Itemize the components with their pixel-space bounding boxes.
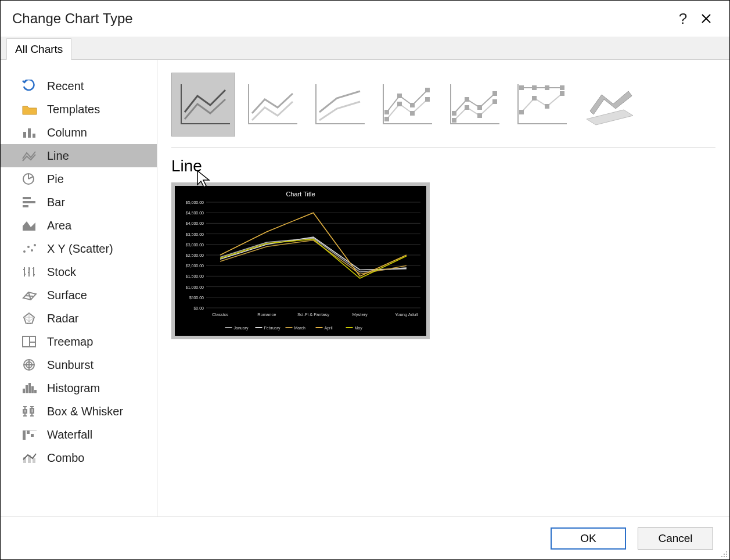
svg-rect-24 [27,430,30,434]
svg-rect-2 [33,134,35,138]
svg-rect-36 [425,97,430,102]
sidebar-item-label: Bar [47,196,65,209]
sidebar-item-bar[interactable]: Bar [1,191,157,214]
svg-rect-37 [452,111,456,116]
close-button[interactable] [695,10,718,28]
tab-row: All Charts [1,37,729,60]
cancel-button[interactable]: Cancel [638,527,713,550]
change-chart-type-dialog: Change Chart Type ? All Charts RecentTem… [0,0,730,560]
svg-rect-11 [23,336,30,347]
sunburst-icon [20,357,39,372]
svg-text:$3,500.00: $3,500.00 [186,232,204,236]
subtype-stacked-line-markers[interactable] [441,73,505,137]
svg-rect-45 [519,85,524,90]
subtype-100-stacked-line-markers[interactable] [508,73,572,137]
sidebar-item-label: Column [47,126,87,139]
svg-rect-46 [532,85,537,90]
sidebar-item-column[interactable]: Column [1,121,157,144]
sidebar-item-pie[interactable]: Pie [1,167,157,191]
line-icon [20,148,39,163]
subtype-line[interactable] [171,73,235,137]
sidebar-item-label: X Y (Scatter) [47,242,113,256]
sidebar-item-label: Combo [47,451,84,465]
svg-rect-4 [23,197,31,199]
sidebar-item-label: Surface [47,289,87,302]
svg-rect-19 [31,386,34,393]
svg-rect-49 [519,110,524,114]
svg-point-10 [34,244,36,246]
radar-icon [20,311,39,326]
subtype-100-stacked-line[interactable] [306,73,370,137]
subtype-3d-line[interactable] [576,73,639,137]
svg-text:Sci-Fi & Fantasy: Sci-Fi & Fantasy [297,312,329,317]
sidebar-item-label: Sunburst [47,358,94,372]
svg-rect-39 [477,105,482,110]
sidebar-item-recent[interactable]: Recent [1,74,157,98]
svg-rect-25 [31,434,34,437]
surface-icon [20,288,39,303]
svg-rect-31 [410,103,415,107]
chart-category-sidebar: RecentTemplatesColumnLinePieBarAreaX Y (… [1,60,157,516]
main-panel: Line Chart Title$0.00$500.00$1,000.00$1,… [157,60,729,516]
svg-text:Classics: Classics [212,312,228,317]
sidebar-item-area[interactable]: Area [1,214,157,237]
subtype-stacked-line[interactable] [239,73,303,137]
resize-grip-icon [718,548,728,558]
templates-icon [20,102,39,117]
svg-rect-29 [384,110,389,114]
sidebar-item-label: Treemap [47,335,93,349]
sidebar-item-combo[interactable]: Combo [1,446,157,469]
svg-point-95 [724,554,725,555]
svg-text:$4,500.00: $4,500.00 [186,211,204,215]
svg-text:Mystery: Mystery [353,312,368,317]
svg-text:March: March [294,326,306,330]
svg-text:Romance: Romance [257,312,276,317]
svg-text:January: January [234,326,249,331]
svg-rect-33 [384,117,389,121]
svg-text:$2,000.00: $2,000.00 [186,264,204,268]
svg-text:$500.00: $500.00 [189,296,204,300]
dialog-title: Change Chart Type [12,10,133,27]
svg-text:$5,000.00: $5,000.00 [186,200,204,204]
svg-text:$2,500.00: $2,500.00 [186,253,204,257]
svg-text:April: April [325,326,333,331]
svg-rect-5 [23,201,35,203]
tab-all-charts[interactable]: All Charts [6,38,71,60]
svg-point-94 [726,556,727,557]
sidebar-item-waterfall[interactable]: Waterfall [1,423,157,446]
ok-button[interactable]: OK [551,527,626,550]
svg-text:$1,000.00: $1,000.00 [186,285,204,289]
svg-rect-40 [492,91,497,96]
svg-rect-0 [23,132,26,138]
sidebar-item-stock[interactable]: Stock [1,260,157,283]
chart-preview[interactable]: Chart Title$0.00$500.00$1,000.00$1,500.0… [171,182,430,339]
svg-text:Young Adult: Young Adult [395,312,419,317]
svg-text:Chart Title: Chart Title [286,191,315,198]
sidebar-item-surface[interactable]: Surface [1,283,157,307]
svg-rect-48 [560,85,564,90]
sidebar-item-treemap[interactable]: Treemap [1,330,157,353]
svg-rect-50 [532,96,537,100]
svg-point-96 [724,556,725,557]
svg-point-7 [23,250,26,253]
sidebar-item-line[interactable]: Line [1,144,157,167]
sidebar-item-sunburst[interactable]: Sunburst [1,353,157,376]
svg-rect-13 [30,342,35,347]
svg-rect-42 [465,105,469,110]
help-button[interactable]: ? [671,10,695,28]
pie-icon [20,171,39,186]
sidebar-item-label: Radar [47,312,78,325]
sidebar-item-templates[interactable]: Templates [1,98,157,121]
svg-rect-30 [397,94,402,98]
sidebar-item-radar[interactable]: Radar [1,307,157,330]
sidebar-item-box-whisker[interactable]: Box & Whisker [1,400,157,423]
svg-rect-41 [452,118,456,123]
svg-rect-17 [26,385,28,393]
sidebar-item-histogram[interactable]: Histogram [1,376,157,400]
svg-rect-44 [492,99,497,104]
sidebar-item-x-y-scatter-[interactable]: X Y (Scatter) [1,237,157,260]
svg-rect-47 [545,85,549,90]
subtype-line-markers[interactable] [373,73,437,137]
sidebar-item-label: Waterfall [47,428,92,441]
svg-rect-51 [545,104,549,109]
